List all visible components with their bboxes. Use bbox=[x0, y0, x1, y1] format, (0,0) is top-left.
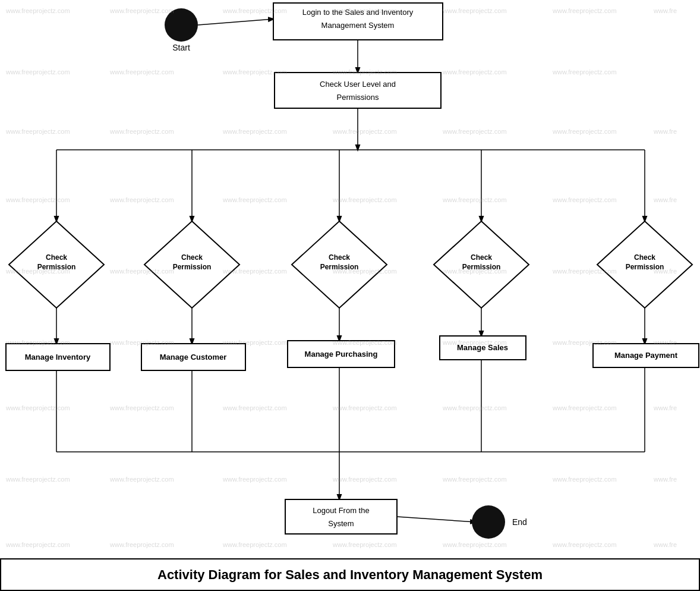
diamond5-text1: Check bbox=[634, 253, 655, 262]
end-circle bbox=[472, 505, 505, 539]
diamond5-text2: Permission bbox=[626, 263, 664, 271]
manage-purchasing-text: Manage Purchasing bbox=[305, 350, 378, 359]
check-permissions-box bbox=[275, 73, 441, 108]
logout-box bbox=[285, 499, 397, 534]
diamond2-text2: Permission bbox=[173, 263, 212, 271]
login-text1: Login to the Sales and Inventory bbox=[302, 8, 414, 17]
diamond4-text1: Check bbox=[471, 253, 492, 262]
diamond1-text2: Permission bbox=[37, 263, 76, 271]
logout-text2: System bbox=[328, 519, 354, 528]
manage-payment-text: Manage Payment bbox=[614, 351, 678, 360]
start-circle bbox=[165, 8, 198, 42]
diamond3-text1: Check bbox=[329, 253, 350, 262]
login-text2: Management System bbox=[321, 21, 395, 30]
check-perm-text1: Check User Level and bbox=[320, 80, 396, 89]
diagram-svg: Start Login to the Sales and Inventory M… bbox=[0, 0, 700, 591]
manage-sales-text: Manage Sales bbox=[457, 343, 508, 352]
check-perm-text2: Permissions bbox=[337, 93, 379, 102]
diagram-title: Activity Diagram for Sales and Inventory… bbox=[0, 558, 700, 591]
diagram-title-text: Activity Diagram for Sales and Inventory… bbox=[157, 567, 543, 583]
manage-customer-text: Manage Customer bbox=[160, 353, 227, 361]
logout-text1: Logout From the bbox=[313, 506, 369, 515]
manage-inventory-text: Manage Inventory bbox=[25, 353, 91, 361]
diamond3-text2: Permission bbox=[320, 263, 359, 271]
svg-line-0 bbox=[198, 19, 273, 25]
end-label: End bbox=[512, 517, 527, 527]
svg-line-21 bbox=[397, 517, 475, 522]
diamond2-text1: Check bbox=[181, 253, 203, 262]
diamond1-text1: Check bbox=[46, 253, 67, 262]
start-label: Start bbox=[172, 43, 190, 52]
diamond4-text2: Permission bbox=[462, 263, 501, 271]
